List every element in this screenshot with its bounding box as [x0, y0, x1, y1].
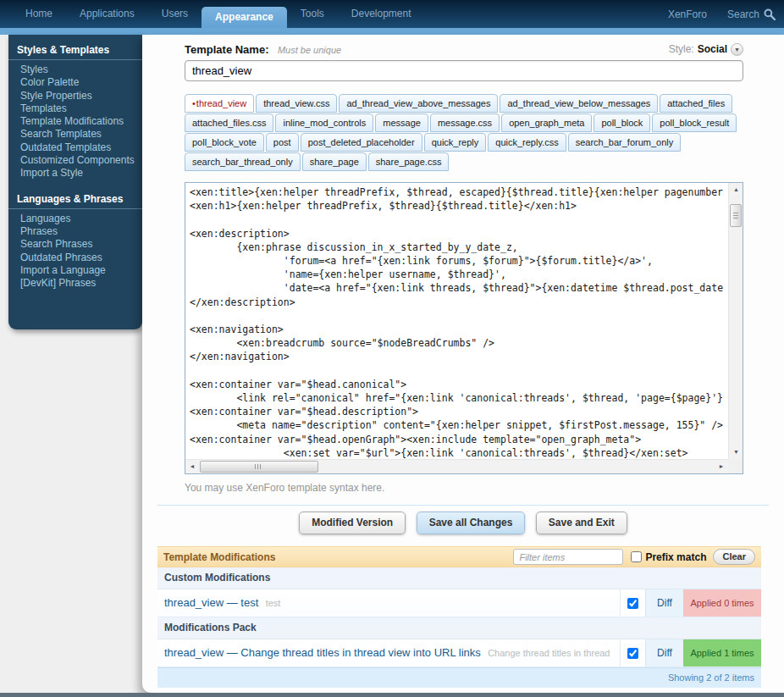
tab-attached_files[interactable]: attached_files — [660, 94, 732, 113]
scroll-left-icon[interactable]: ◄ — [185, 460, 199, 474]
template-name-hint: Must be unique — [278, 45, 341, 55]
nav-item-tools[interactable]: Tools — [287, 0, 338, 28]
style-dropdown-button[interactable]: ▼ — [731, 43, 743, 56]
modification-link[interactable]: thread_view — test — [164, 596, 258, 609]
sidebar-item-style-properties[interactable]: Style Properties — [8, 90, 142, 102]
modified-indicator: • — [192, 98, 196, 108]
sidebar: Styles & Templates Styles Color Palette … — [8, 35, 142, 329]
sidebar-item-template-modifications[interactable]: Template Modifications — [8, 115, 142, 128]
diff-cell: Diff — [645, 639, 683, 667]
sidebar-item-outdated-templates[interactable]: Outdated Templates — [8, 141, 142, 154]
sidebar-item-templates[interactable]: Templates — [8, 102, 142, 115]
modification-cell: thread_view — test test — [157, 589, 620, 617]
prefix-match-label: Prefix match — [645, 551, 706, 563]
tab-thread_view[interactable]: •thread_view — [185, 94, 254, 113]
search-label: Search — [727, 8, 759, 20]
tab-poll_block[interactable]: poll_block — [594, 113, 650, 132]
horizontal-scroll-thumb[interactable] — [200, 461, 318, 473]
tab-quick_reply[interactable]: quick_reply — [424, 133, 487, 152]
tab-share_page[interactable]: share_page — [302, 152, 367, 171]
scrollbar-corner — [728, 459, 743, 473]
scroll-up-icon[interactable]: ▲ — [729, 183, 743, 196]
sidebar-item-search-templates[interactable]: Search Templates — [8, 128, 142, 141]
template-edit-form: Template Name: Must be unique Style: Soc… — [142, 35, 784, 494]
prefix-match-checkbox[interactable] — [631, 551, 642, 562]
tab-open_graph_meta[interactable]: open_graph_meta — [501, 113, 592, 132]
items-count-footer: Showing 2 of 2 items — [157, 667, 761, 688]
template-tabs: •thread_view thread_view.css ad_thread_v… — [185, 94, 745, 172]
clear-filter-button[interactable]: Clear — [713, 549, 755, 565]
modified-version-button[interactable]: Modified Version — [299, 512, 406, 534]
filter-input[interactable] — [513, 549, 623, 565]
modification-description: test — [266, 598, 281, 608]
tab-attached_files-css[interactable]: attached_files.css — [185, 113, 273, 132]
nav-item-users[interactable]: Users — [148, 0, 202, 28]
code-text[interactable]: <xen:title>{xen:helper threadPrefix, $th… — [190, 185, 727, 458]
style-control: Style: Social ▼ — [669, 43, 743, 56]
sidebar-item-search-phrases[interactable]: Search Phrases — [8, 238, 142, 251]
save-and-exit-button[interactable]: Save and Exit — [536, 512, 627, 534]
nav-item-home[interactable]: Home — [12, 0, 66, 28]
modification-enabled-checkbox[interactable] — [627, 648, 638, 659]
tab-thread_view-css[interactable]: thread_view.css — [256, 94, 337, 113]
horizontal-scrollbar[interactable]: ◄ ► — [185, 459, 728, 473]
modification-link[interactable]: thread_view — Change thread titles in th… — [164, 646, 481, 659]
sidebar-section-languages-phrases: Languages & Phrases Languages Phrases Se… — [8, 191, 142, 290]
tab-quick_reply-css[interactable]: quick_reply.css — [488, 133, 566, 152]
group-header-modifications-pack: Modifications Pack — [157, 617, 761, 639]
search-icon — [764, 8, 776, 20]
tab-inline_mod_controls[interactable]: inline_mod_controls — [275, 113, 373, 132]
diff-link[interactable]: Diff — [657, 597, 672, 609]
syntax-note: You may use XenForo template syntax here… — [185, 482, 743, 494]
nav-item-applications[interactable]: Applications — [66, 0, 148, 28]
sidebar-item-styles[interactable]: Styles — [8, 64, 142, 76]
action-buttons: Modified Version Save all Changes Save a… — [142, 512, 784, 534]
table-row: thread_view — test test Diff Applied 0 t… — [157, 589, 761, 617]
sidebar-item-customized-components[interactable]: Customized Components — [8, 154, 142, 167]
tab-poll_block_vote[interactable]: poll_block_vote — [185, 133, 264, 152]
nav-item-appearance[interactable]: Appearance — [202, 7, 287, 28]
search-link[interactable]: Search — [727, 8, 776, 20]
vertical-scroll-thumb[interactable] — [730, 204, 742, 227]
scroll-right-icon[interactable]: ► — [715, 460, 728, 474]
sidebar-item-languages[interactable]: Languages — [8, 213, 142, 225]
tab-message-css[interactable]: message.css — [430, 113, 500, 132]
template-modifications-title: Template Modifications — [163, 551, 275, 563]
sidebar-item-devkit-phrases[interactable]: [DevKit] Phrases — [8, 277, 142, 290]
diff-cell: Diff — [645, 589, 683, 617]
nav-item-development[interactable]: Development — [338, 0, 425, 28]
sidebar-item-phrases[interactable]: Phrases — [8, 225, 142, 238]
tab-share_page-css[interactable]: share_page.css — [368, 152, 450, 171]
sidebar-item-color-palette[interactable]: Color Palette — [8, 76, 142, 89]
divider — [157, 505, 769, 506]
sidebar-section-title: Styles & Templates — [8, 41, 142, 60]
tab-label: thread_view — [196, 98, 246, 108]
diff-link[interactable]: Diff — [657, 647, 672, 659]
chevron-down-icon: ▼ — [734, 47, 740, 53]
save-all-changes-button[interactable]: Save all Changes — [417, 512, 526, 534]
brand-link[interactable]: XenForo — [668, 8, 707, 20]
sidebar-item-import-a-style[interactable]: Import a Style — [8, 167, 142, 180]
vertical-scrollbar[interactable]: ▲ ▼ — [728, 183, 743, 459]
template-code-editor[interactable]: <xen:title>{xen:helper threadPrefix, $th… — [185, 182, 743, 474]
sidebar-item-import-a-language[interactable]: Import a Language — [8, 264, 142, 277]
tab-poll_block_result[interactable]: poll_block_result — [652, 113, 737, 132]
tab-message[interactable]: message — [375, 113, 428, 132]
tab-ad_thread_view_below_messages[interactable]: ad_thread_view_below_messages — [500, 94, 658, 113]
top-navbar: Home Applications Users Appearance Tools… — [0, 0, 784, 28]
tab-post_deleted_placeholder[interactable]: post_deleted_placeholder — [301, 133, 422, 152]
content-panel: Template Name: Must be unique Style: Soc… — [142, 35, 784, 693]
tab-search_bar_forum_only[interactable]: search_bar_forum_only — [568, 133, 682, 152]
tab-post[interactable]: post — [266, 133, 299, 152]
tab-ad_thread_view_above_messages[interactable]: ad_thread_view_above_messages — [339, 94, 498, 113]
nav-right: XenForo Search — [668, 0, 784, 28]
template-name-input[interactable] — [185, 60, 743, 81]
style-label: Style: — [669, 43, 694, 55]
template-modifications-panel: Template Modifications Prefix match Clea… — [157, 546, 761, 688]
scroll-down-icon[interactable]: ▼ — [729, 445, 743, 459]
sidebar-item-outdated-phrases[interactable]: Outdated Phrases — [8, 252, 142, 264]
modification-enabled-checkbox[interactable] — [627, 598, 638, 609]
template-name-label: Template Name: — [185, 43, 268, 56]
tab-search_bar_thread_only[interactable]: search_bar_thread_only — [185, 152, 301, 171]
applied-count-badge: Applied 1 times — [683, 639, 761, 667]
